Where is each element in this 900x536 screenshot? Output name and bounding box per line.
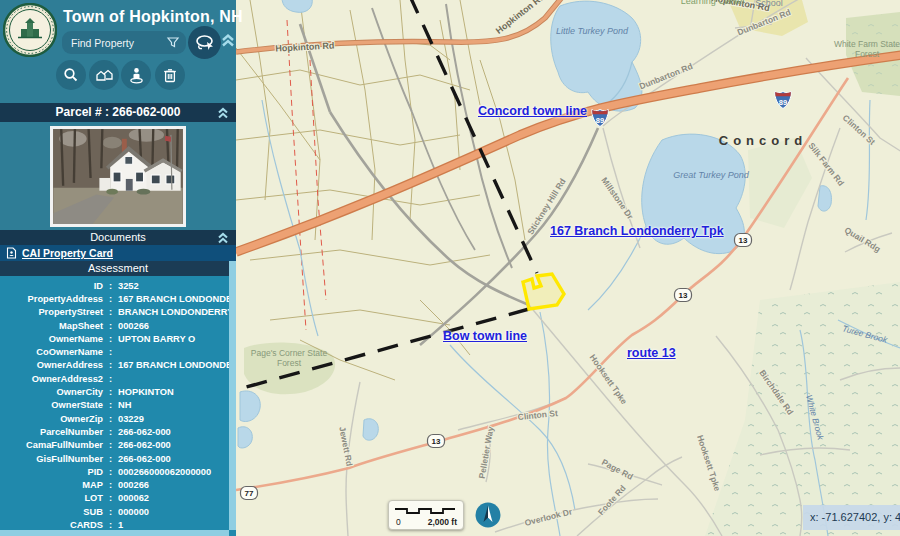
document-link-row: CAI Property Card: [0, 245, 236, 261]
clear-selection-button[interactable]: [155, 60, 185, 90]
zoom-search-button[interactable]: [56, 60, 86, 90]
app-title: Town of Hopkinton, NH: [63, 8, 243, 26]
search-input[interactable]: [62, 37, 163, 49]
trash-icon: [163, 67, 177, 83]
annotation-route-13[interactable]: route 13: [627, 346, 676, 360]
parcel-number-label: Parcel # : 266-062-000: [56, 105, 181, 119]
search-field-wrap: [62, 31, 186, 54]
table-row: OwnerState:NH: [0, 399, 236, 412]
annotation-bow-town-line[interactable]: Bow town line: [443, 329, 527, 343]
annotation-167-branch-londonderry[interactable]: 167 Branch Londonderry Tpk: [550, 224, 724, 238]
documents-header-bar[interactable]: Documents: [0, 230, 236, 245]
cai-property-card-link[interactable]: CAI Property Card: [22, 247, 113, 259]
sidebar-vertical-scrollbar[interactable]: [229, 261, 236, 530]
table-row: LOT:000062: [0, 492, 236, 505]
town-seal-logo: [3, 3, 57, 57]
svg-text:13: 13: [679, 291, 688, 300]
property-photo: [50, 126, 186, 227]
streetview-button[interactable]: [121, 60, 151, 90]
streetview-icon: [129, 67, 144, 84]
filter-funnel-icon[interactable]: [166, 35, 180, 49]
assessment-header-bar[interactable]: Assessment: [0, 261, 236, 276]
scale-zero-label: 0: [396, 517, 401, 527]
parcels-icon: [95, 68, 114, 83]
parcels-button[interactable]: [89, 60, 119, 90]
scale-bar-rule: [389, 504, 461, 518]
house-photo-illustration: [53, 129, 183, 224]
collapse-chevrons-icon[interactable]: [221, 33, 235, 48]
table-row: CoOwnerName:: [0, 345, 236, 358]
coordinates-readout: x: -71.627402, y: 43: [803, 505, 900, 530]
route-13-shield: 13: [675, 289, 692, 302]
table-row: OwnerCity:HOPKINTON: [0, 385, 236, 398]
scale-distance-label: 2,000 ft: [428, 517, 457, 527]
route-13-shield: 13: [428, 435, 445, 448]
table-row: CamaFullNumber:266-062-000: [0, 439, 236, 452]
parcel-header-bar[interactable]: Parcel # : 266-062-000: [0, 103, 236, 122]
sidebar: Town of Hopkinton, NH: [0, 0, 236, 536]
svg-text:13: 13: [739, 236, 748, 245]
svg-text:89: 89: [779, 98, 787, 107]
collapse-chevrons-icon[interactable]: [217, 107, 229, 119]
annotation-concord-town-line[interactable]: Concord town line: [478, 104, 587, 118]
sidebar-horizontal-scrollbar[interactable]: [0, 530, 229, 536]
table-row: OwnerName:UPTON BARRY O: [0, 332, 236, 345]
scale-bar: 0 2,000 ft: [388, 500, 464, 530]
svg-text:77: 77: [245, 489, 254, 498]
table-row: OwnerAddress:167 BRANCH LONDONDERRY T...: [0, 359, 236, 372]
table-row: PropertyAddress:167 BRANCH LONDONDERRY T: [0, 292, 236, 305]
property-photo-section: [0, 122, 236, 230]
assessment-table: ID:3252 PropertyAddress:167 BRANCH LONDO…: [0, 276, 236, 536]
table-row: MAP:000266: [0, 478, 236, 491]
documents-label: Documents: [90, 231, 146, 243]
assessment-title: Assessment: [88, 262, 148, 274]
lasso-select-button[interactable]: [188, 26, 221, 59]
table-row: GisFullNumber:266-062-000: [0, 452, 236, 465]
route-77-shield: 77: [241, 487, 258, 500]
table-row: PropertyStreet:BRANCH LONDONDERRY T: [0, 306, 236, 319]
table-row: ID:3252: [0, 279, 236, 292]
table-row: MapSheet:000266: [0, 319, 236, 332]
compass-icon[interactable]: [475, 502, 501, 528]
collapse-chevrons-icon[interactable]: [217, 232, 229, 244]
table-row: ParcelNumber:266-062-000: [0, 425, 236, 438]
sidebar-header: Town of Hopkinton, NH: [0, 0, 236, 103]
document-icon: [6, 247, 17, 259]
table-row: PID:000266000062000000: [0, 465, 236, 478]
map-base-layers: Hopkinton Rd Hopkinton Rd Hopkinton Rd D…: [236, 0, 900, 536]
route-13-shield: 13: [735, 234, 752, 247]
svg-text:13: 13: [432, 437, 441, 446]
map-canvas[interactable]: Hopkinton Rd Hopkinton Rd Hopkinton Rd D…: [236, 0, 900, 536]
table-row: OwnerAddress2:: [0, 372, 236, 385]
table-row: OwnerZip:03229: [0, 412, 236, 425]
lasso-select-icon: [194, 33, 216, 53]
table-row: SUB:000000: [0, 505, 236, 518]
search-icon: [63, 67, 79, 83]
svg-text:89: 89: [596, 116, 604, 125]
